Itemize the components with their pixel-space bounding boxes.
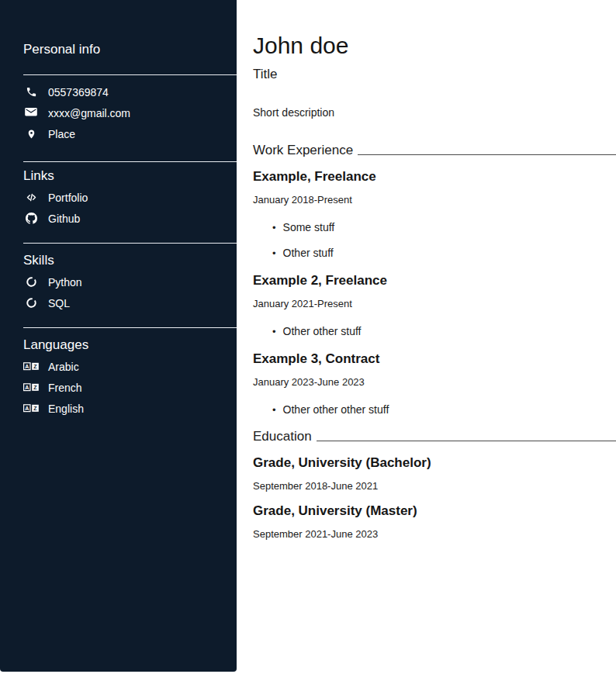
list-item-portfolio[interactable]: Portfolio	[23, 187, 237, 208]
entry-dates: January 2021-Present	[253, 298, 616, 310]
place-label: Place	[48, 128, 75, 140]
list-item-language: AZ English	[23, 398, 237, 419]
languages-list: AZ Arabic AZ French AZ English	[0, 356, 237, 419]
languages-title: Languages	[23, 337, 237, 353]
list-item-email: xxxx@gmail.com	[23, 102, 237, 123]
skills-title: Skills	[23, 253, 237, 268]
portfolio-link[interactable]: Portfolio	[48, 192, 88, 204]
entry-role: Example 3, Contract	[253, 351, 616, 367]
entry-role: Example, Freelance	[253, 168, 616, 185]
list-item-github[interactable]: Github	[23, 208, 237, 229]
education-entry: Grade, University (Bachelor) September 2…	[253, 455, 616, 493]
work-entry: Example 2, Freelance January 2021-Presen…	[253, 272, 616, 338]
svg-text:Z: Z	[33, 406, 37, 411]
entry-role: Example 2, Freelance	[253, 272, 616, 289]
circle-notch-icon	[23, 276, 39, 288]
resume-page: Personal info 0557369874 xxxx@gmail.com …	[0, 0, 616, 672]
entry-bullet-list: Some stuff Other stuff	[253, 216, 616, 260]
heading-rule	[317, 441, 616, 441]
svg-text:A: A	[25, 385, 29, 390]
personal-info-title: Personal info	[23, 42, 237, 57]
language-label: English	[48, 403, 84, 415]
work-experience-heading-text: Work Experience	[253, 143, 353, 158]
bullet-item: Other stuff	[272, 247, 616, 260]
bullet-item: Other other other stuff	[272, 403, 616, 416]
work-entry: Example 3, Contract January 2023-June 20…	[253, 351, 616, 416]
bullet-item: Other other stuff	[272, 325, 616, 338]
translate-icon: AZ	[23, 383, 39, 392]
entry-bullet-list: Other other other stuff	[253, 399, 616, 416]
heading-rule	[358, 154, 616, 155]
svg-text:Z: Z	[33, 385, 37, 390]
language-label: Arabic	[48, 361, 79, 373]
sidebar-divider	[23, 327, 237, 328]
sidebar-divider	[23, 74, 237, 75]
entry-dates: January 2023-June 2023	[253, 376, 616, 389]
work-experience-heading: Work Experience	[253, 143, 616, 158]
email-address[interactable]: xxxx@gmail.com	[48, 107, 130, 119]
work-entry: Example, Freelance January 2018-Present …	[253, 168, 616, 260]
list-item-skill: SQL	[23, 292, 237, 313]
list-item-language: AZ Arabic	[23, 356, 237, 377]
envelope-icon	[23, 108, 39, 118]
links-title: Links	[23, 168, 237, 184]
svg-text:Z: Z	[33, 364, 37, 369]
education-heading-text: Education	[253, 429, 312, 444]
svg-text:A: A	[25, 364, 29, 369]
circle-notch-icon	[23, 297, 39, 309]
education-entry: Grade, University (Master) September 202…	[253, 503, 616, 541]
list-item-skill: Python	[23, 271, 237, 292]
entry-dates: January 2018-Present	[253, 194, 616, 206]
links-list: Portfolio Github	[0, 187, 237, 229]
github-link[interactable]: Github	[48, 213, 80, 225]
translate-icon: AZ	[23, 362, 39, 371]
person-name: John doe	[253, 33, 616, 59]
person-title: Title	[253, 67, 616, 82]
list-item-phone: 0557369874	[23, 81, 237, 102]
short-description: Short description	[253, 106, 616, 119]
github-icon	[23, 213, 39, 224]
sidebar-divider	[23, 243, 237, 244]
svg-text:A: A	[25, 406, 29, 411]
list-item-language: AZ French	[23, 377, 237, 398]
location-pin-icon	[23, 128, 39, 140]
main-content: John doe Title Short description Work Ex…	[237, 0, 616, 672]
skill-label: SQL	[48, 297, 70, 309]
personal-info-list: 0557369874 xxxx@gmail.com Place	[0, 81, 237, 144]
skills-list: Python SQL	[0, 271, 237, 313]
education-heading: Education	[253, 429, 616, 444]
entry-dates: September 2021-June 2023	[253, 528, 616, 541]
list-item-place: Place	[23, 123, 237, 144]
skill-label: Python	[48, 276, 82, 289]
entry-degree: Grade, University (Bachelor)	[253, 455, 616, 471]
bullet-item: Some stuff	[272, 221, 616, 234]
translate-icon: AZ	[23, 404, 39, 413]
language-label: French	[48, 382, 82, 394]
entry-degree: Grade, University (Master)	[253, 503, 616, 519]
phone-icon	[23, 86, 39, 98]
code-icon	[23, 192, 39, 203]
phone-number: 0557369874	[48, 86, 109, 99]
entry-bullet-list: Other other stuff	[253, 320, 616, 338]
entry-dates: September 2018-June 2021	[253, 480, 616, 493]
sidebar-divider	[23, 161, 237, 162]
sidebar: Personal info 0557369874 xxxx@gmail.com …	[0, 0, 237, 672]
